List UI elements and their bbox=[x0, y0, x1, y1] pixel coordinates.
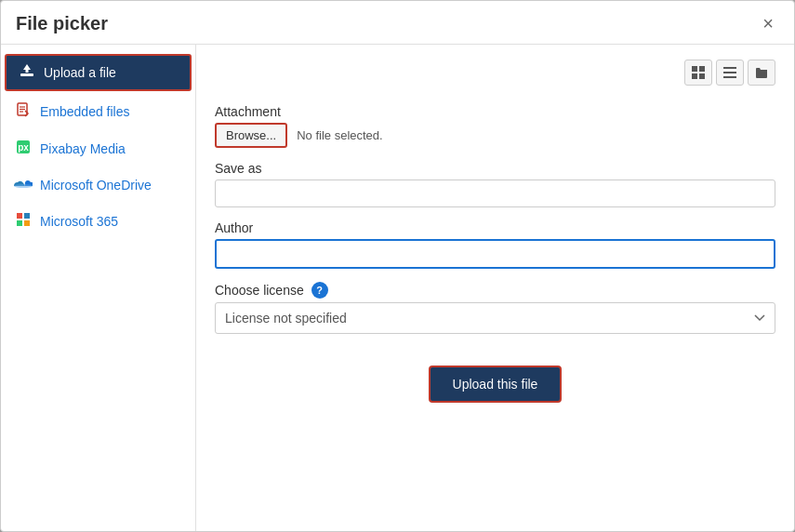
svg-rect-19 bbox=[723, 76, 736, 78]
upload-icon bbox=[18, 63, 36, 82]
svg-rect-11 bbox=[17, 220, 22, 226]
sidebar-item-embedded[interactable]: Embedded files bbox=[1, 93, 195, 130]
upload-button[interactable]: Upload this file bbox=[429, 366, 563, 403]
sidebar-label-onedrive: Microsoft OneDrive bbox=[40, 178, 152, 193]
sidebar-label-embedded: Embedded files bbox=[40, 104, 130, 119]
svg-rect-10 bbox=[24, 213, 30, 219]
dialog-title: File picker bbox=[16, 13, 108, 34]
save-as-input[interactable] bbox=[215, 180, 775, 207]
file-picker-dialog: File picker × Upload a file bbox=[0, 0, 795, 532]
sidebar-label-ms365: Microsoft 365 bbox=[40, 214, 118, 229]
license-label-row: Choose license ? bbox=[215, 282, 775, 299]
upload-form: Attachment Browse... No file selected. S… bbox=[215, 104, 775, 403]
svg-rect-15 bbox=[692, 73, 697, 79]
license-help-icon[interactable]: ? bbox=[311, 282, 328, 299]
view-toolbar bbox=[215, 60, 775, 86]
ms365-icon bbox=[14, 212, 33, 231]
pixabay-icon: px bbox=[14, 140, 33, 158]
upload-button-row: Upload this file bbox=[215, 366, 775, 403]
sidebar-label-pixabay: Pixabay Media bbox=[40, 141, 126, 156]
svg-rect-12 bbox=[24, 220, 30, 226]
no-file-text: No file selected. bbox=[297, 128, 383, 142]
grid-view-button[interactable] bbox=[684, 60, 712, 86]
svg-rect-14 bbox=[699, 66, 705, 72]
svg-rect-9 bbox=[17, 213, 22, 219]
svg-rect-13 bbox=[692, 66, 697, 72]
svg-text:px: px bbox=[18, 142, 29, 153]
main-content: Attachment Browse... No file selected. S… bbox=[196, 45, 794, 531]
close-button[interactable]: × bbox=[757, 12, 779, 34]
attachment-row: Browse... No file selected. bbox=[215, 123, 775, 148]
license-field: Choose license ? License not specified C… bbox=[215, 282, 775, 334]
svg-marker-1 bbox=[23, 64, 31, 73]
onedrive-icon bbox=[14, 177, 33, 193]
list-view-button[interactable] bbox=[716, 60, 744, 86]
license-select[interactable]: License not specified CC0 (Public Domain… bbox=[215, 302, 775, 334]
dialog-header: File picker × bbox=[1, 1, 794, 45]
attachment-field: Attachment Browse... No file selected. bbox=[215, 104, 775, 148]
author-field: Author bbox=[215, 220, 775, 269]
attachment-label: Attachment bbox=[215, 104, 775, 119]
svg-rect-17 bbox=[723, 67, 736, 69]
svg-rect-16 bbox=[699, 73, 705, 79]
sidebar-item-upload[interactable]: Upload a file bbox=[5, 54, 192, 91]
license-label: Choose license bbox=[215, 283, 304, 298]
svg-rect-18 bbox=[723, 72, 736, 73]
dialog-body: Upload a file Embedded files bbox=[1, 45, 794, 531]
sidebar-item-onedrive[interactable]: Microsoft OneDrive bbox=[1, 167, 195, 203]
author-input[interactable] bbox=[215, 239, 775, 269]
sidebar-item-ms365[interactable]: Microsoft 365 bbox=[1, 203, 195, 240]
browse-button[interactable]: Browse... bbox=[215, 123, 287, 148]
svg-point-8 bbox=[14, 184, 33, 188]
author-label: Author bbox=[215, 220, 775, 235]
sidebar-label-upload: Upload a file bbox=[44, 65, 116, 80]
sidebar-item-pixabay[interactable]: px Pixabay Media bbox=[1, 130, 195, 167]
embedded-icon bbox=[14, 102, 33, 121]
save-as-field: Save as bbox=[215, 161, 775, 207]
sidebar: Upload a file Embedded files bbox=[1, 45, 196, 531]
folder-view-button[interactable] bbox=[748, 60, 775, 86]
save-as-label: Save as bbox=[215, 161, 775, 176]
svg-rect-0 bbox=[20, 73, 33, 76]
